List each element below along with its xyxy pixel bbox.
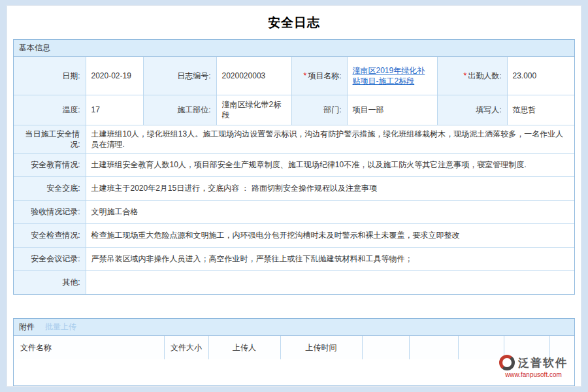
brand-name: 泛普软件	[518, 355, 568, 370]
column-header-upload-time: 上传时间	[280, 336, 362, 359]
field-value-log-no: 2020020003	[216, 57, 291, 95]
table-row-1: 日期: 2020-02-19 日志编号: 2020020003 *项目名称: 潼…	[14, 57, 574, 95]
required-asterisk: *	[303, 71, 306, 80]
field-value-date: 2020-02-19	[86, 57, 143, 95]
field-value-writer: 范思哲	[507, 95, 574, 125]
field-label-safety-education: 安全教育情况:	[14, 153, 86, 176]
brand-url: www.fanpusoft.com	[499, 371, 568, 378]
field-value-department: 项目一部	[347, 95, 437, 125]
column-header-empty	[409, 336, 458, 359]
attachments-header: 附件 批量上传	[14, 319, 574, 336]
column-header-file-name: 文件名称	[14, 336, 164, 359]
field-label-temperature: 温度:	[14, 95, 86, 125]
page-title: 安全日志	[7, 6, 581, 39]
attachments-title: 附件	[19, 319, 35, 335]
basic-info-section: 基本信息 日期: 2020-02-19 日志编号: 2020020003 *项目…	[13, 39, 575, 295]
field-value-temperature: 17	[86, 95, 143, 125]
field-value-acceptance-record: 文明施工合格	[86, 200, 574, 223]
field-label-text: 填写人:	[476, 105, 501, 114]
field-label-other: 其他:	[14, 270, 86, 294]
field-label-safety-meeting: 安全会议记录:	[14, 247, 86, 270]
field-label-text: 日期:	[62, 71, 80, 80]
fanpu-logo-icon	[499, 355, 515, 370]
column-header-file-size: 文件大小	[164, 336, 208, 359]
field-label-work-section: 施工部位:	[143, 95, 216, 125]
field-label-safety-inspection: 安全检查情况:	[14, 223, 86, 247]
batch-upload-button[interactable]: 批量上传	[45, 321, 76, 333]
field-value-safety-inspection: 检查施工现场重大危险点源和文明施工，内环强电分包开挖沟槽时未及时警示和裸土未覆盖…	[86, 223, 574, 247]
field-label-project-name: *项目名称:	[291, 57, 347, 95]
brand-row: 泛普软件	[499, 355, 568, 370]
field-value-other	[86, 270, 574, 294]
column-header-empty	[458, 336, 504, 359]
table-row-safety-meeting: 安全会议记录: 严禁吊装区域内非操作人员进入；高空作业时，严禁往上或往下乱抛建筑…	[14, 247, 574, 270]
field-label-date: 日期:	[14, 57, 86, 95]
column-header-empty	[362, 336, 409, 359]
field-label-text: 项目名称:	[308, 71, 341, 80]
table-row-safety-education: 安全教育情况: 土建班组安全教育人数10人，项目部安全生产规章制度、施工现场纪律…	[14, 153, 574, 176]
field-value-safety-briefing: 土建班主于2020年2月15日进行，交底内容 ： 路面切割安全操作规程以及注意事…	[86, 176, 574, 200]
table-row-safety-inspection: 安全检查情况: 检查施工现场重大危险点源和文明施工，内环强电分包开挖沟槽时未及时…	[14, 223, 574, 247]
project-link[interactable]: 潼南区2019年绿化补贴项目-施工2标段	[353, 66, 425, 86]
attachments-table: 文件名称 文件大小 上传人 上传时间	[14, 336, 574, 359]
field-label-safety-briefing: 安全交底:	[14, 176, 86, 200]
field-label-text: 施工部位:	[177, 105, 210, 114]
field-label-text: 出勤人数:	[468, 71, 501, 80]
table-row-safety-briefing: 安全交底: 土建班主于2020年2月15日进行，交底内容 ： 路面切割安全操作规…	[14, 176, 574, 200]
column-header-uploader: 上传人	[208, 336, 280, 359]
field-label-safety-today: 当日施工安全情况:	[14, 125, 86, 153]
basic-info-table: 日期: 2020-02-19 日志编号: 2020020003 *项目名称: 潼…	[14, 57, 574, 294]
field-label-text: 日志编号:	[177, 71, 210, 80]
field-label-writer: 填写人:	[437, 95, 507, 125]
field-label-text: 部门:	[323, 105, 341, 114]
attachments-section: 附件 批量上传 文件名称 文件大小 上传人 上传时间	[13, 318, 575, 386]
field-label-acceptance-record: 验收情况记录:	[14, 200, 86, 223]
basic-info-header: 基本信息	[14, 40, 574, 57]
field-value-project-name: 潼南区2019年绿化补贴项目-施工2标段	[347, 57, 437, 95]
field-value-safety-today: 土建班组10人，绿化班组13人。施工现场沟边设置警示标识，沟边有防护警示措施，绿…	[86, 125, 574, 153]
brand-footer: 泛普软件 www.fanpusoft.com	[499, 355, 568, 378]
field-label-attendance: *出勤人数:	[437, 57, 507, 95]
attachments-empty-area	[14, 359, 574, 385]
field-label-text: 温度:	[62, 105, 80, 114]
field-label-log-no: 日志编号:	[143, 57, 216, 95]
table-row-safety-today: 当日施工安全情况: 土建班组10人，绿化班组13人。施工现场沟边设置警示标识，沟…	[14, 125, 574, 153]
attachments-header-row: 文件名称 文件大小 上传人 上传时间	[14, 336, 574, 359]
field-value-work-section: 潼南区绿化带2标段	[216, 95, 291, 125]
table-row-other: 其他:	[14, 270, 574, 294]
table-row-acceptance-record: 验收情况记录: 文明施工合格	[14, 200, 574, 223]
main-panel: 安全日志 基本信息 日期: 2020-02-19 日志编号: 202002000…	[7, 5, 581, 387]
table-row-2: 温度: 17 施工部位: 潼南区绿化带2标段 部门: 项目一部 填写人: 范思哲	[14, 95, 574, 125]
field-value-safety-meeting: 严禁吊装区域内非操作人员进入；高空作业时，严禁往上或往下乱抛建筑材料和工具等物件…	[86, 247, 574, 270]
field-value-attendance: 23.000	[507, 57, 574, 95]
field-label-department: 部门:	[291, 95, 347, 125]
field-value-safety-education: 土建班组安全教育人数10人，项目部安全生产规章制度、施工现场纪律10不准，以及施…	[86, 153, 574, 176]
required-asterisk: *	[463, 71, 466, 80]
